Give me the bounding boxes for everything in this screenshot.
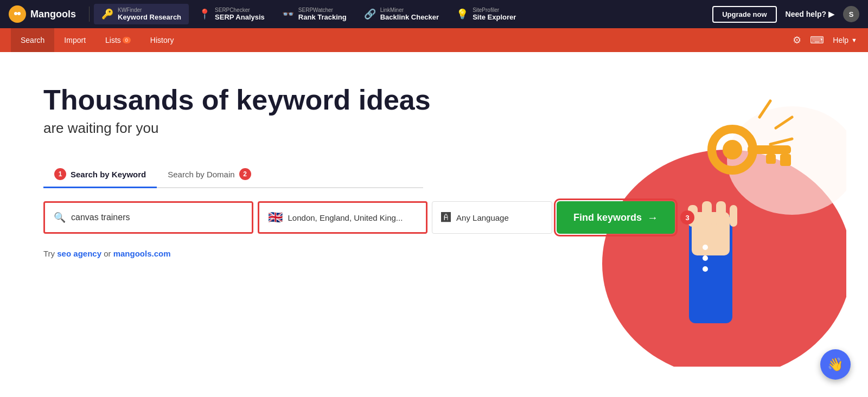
keyboard-icon[interactable]: ⌨ — [810, 34, 824, 46]
logo-area[interactable]: Mangools — [9, 5, 76, 23]
flag-icon: 🇬🇧 — [268, 210, 283, 225]
siteprofiler-sub: SiteProfiler — [473, 7, 516, 13]
kwfinder-main: Keyword Research — [118, 13, 181, 21]
tab-domain-label: Search by Domain — [168, 170, 234, 179]
svg-point-8 — [703, 255, 708, 261]
top-navigation: Mangools 🔑 KWFinder Keyword Research 📍 S… — [0, 0, 868, 28]
lists-badge: 0 — [123, 37, 131, 43]
linkminer-main: Backlink Checker — [380, 13, 439, 21]
kwfinder-icon: 🔑 — [101, 8, 113, 20]
siteprofiler-main: Site Explorer — [473, 13, 516, 21]
user-avatar[interactable]: S — [843, 6, 859, 22]
tab1-badge: 1 — [54, 168, 66, 180]
serpchecker-main: SERP Analysis — [215, 13, 265, 21]
chevron-right-icon: ▶ — [828, 10, 834, 18]
siteprofiler-icon: 💡 — [456, 8, 468, 20]
tab-search-domain[interactable]: Search by Domain 2 — [157, 163, 261, 188]
svg-point-1 — [14, 12, 17, 15]
settings-icon[interactable]: ⚙ — [793, 34, 801, 46]
second-nav-icons: ⚙ ⌨ Help ▼ — [793, 34, 857, 46]
suggestion-link-1[interactable]: seo agency — [57, 249, 101, 258]
serpchecker-sub: SERPChecker — [215, 7, 265, 13]
svg-point-0 — [12, 9, 22, 19]
linkminer-icon: 🔗 — [364, 8, 376, 20]
location-text: London, England, United King... — [288, 213, 403, 222]
location-selector[interactable]: 🇬🇧 London, England, United King... — [258, 201, 428, 234]
language-selector[interactable]: 🅰 Any Language — [432, 201, 552, 234]
svg-point-9 — [703, 266, 708, 272]
secondnav-history[interactable]: History — [141, 28, 184, 52]
search-icon: 🔍 — [54, 212, 66, 223]
upgrade-button[interactable]: Upgrade now — [712, 6, 776, 23]
nav-tool-kwfinder[interactable]: 🔑 KWFinder Keyword Research — [94, 4, 189, 24]
find-btn-label: Find keywords — [573, 212, 642, 223]
serpchecker-icon: 📍 — [199, 8, 210, 20]
search-tabs: 1 Search by Keyword Search by Domain 2 — [43, 163, 423, 188]
language-text: Any Language — [456, 213, 509, 222]
nav-tool-linkminer[interactable]: 🔗 LinkMiner Backlink Checker — [356, 4, 446, 24]
secondnav-search[interactable]: Search — [11, 28, 54, 52]
linkminer-sub: LinkMiner — [380, 7, 439, 13]
arrow-icon: → — [647, 212, 658, 224]
svg-point-11 — [723, 140, 742, 159]
serpwatcher-icon: 👓 — [282, 8, 294, 20]
svg-rect-20 — [716, 201, 726, 227]
keyword-input-wrap: 🔍 — [43, 201, 253, 234]
suggestion-link-2[interactable]: mangools.com — [113, 249, 171, 258]
svg-rect-14 — [766, 154, 776, 164]
step3-badge: 3 — [680, 210, 694, 225]
logo-icon — [9, 5, 26, 23]
language-icon: 🅰 — [441, 212, 451, 223]
find-btn-area: Find keywords → 3 — [552, 201, 694, 234]
suggestions-connector: or — [104, 249, 113, 258]
need-help-link[interactable]: Need help? ▶ — [786, 10, 834, 18]
svg-rect-21 — [730, 205, 737, 227]
chevron-down-icon: ▼ — [851, 37, 857, 43]
tab-search-keyword[interactable]: 1 Search by Keyword — [43, 163, 157, 188]
nav-tool-serpwatcher[interactable]: 👓 SERPWatcher Rank Tracking — [275, 4, 354, 24]
svg-rect-12 — [748, 145, 791, 154]
nav-tool-siteprofiler[interactable]: 💡 SiteProfiler Site Explorer — [449, 4, 524, 24]
svg-rect-13 — [780, 154, 791, 166]
secondnav-import[interactable]: Import — [54, 28, 95, 52]
search-row: 🔍 🇬🇧 London, England, United King... 🅰 A… — [43, 201, 694, 234]
second-navigation: Search Import Lists 0 History ⚙ ⌨ Help ▼ — [0, 28, 868, 52]
nav-tool-serpchecker[interactable]: 📍 SERPChecker SERP Analysis — [191, 4, 272, 24]
find-keywords-button[interactable]: Find keywords → — [557, 201, 675, 234]
brand-name: Mangools — [30, 9, 76, 20]
serpwatcher-main: Rank Tracking — [298, 13, 347, 21]
keyword-input[interactable] — [71, 213, 243, 222]
help-dropdown[interactable]: Help ▼ — [833, 36, 857, 44]
main-content: Thousands of keyword ideas are waiting f… — [0, 52, 868, 397]
svg-rect-19 — [702, 201, 712, 227]
suggestions-prefix: Try — [43, 249, 55, 258]
tab-keyword-label: Search by Keyword — [71, 170, 146, 179]
nav-separator — [89, 7, 90, 22]
tab2-badge: 2 — [239, 168, 251, 180]
svg-point-7 — [703, 245, 708, 250]
chat-button[interactable]: 👋 — [820, 349, 851, 380]
serpwatcher-sub: SERPWatcher — [298, 7, 347, 13]
chat-icon: 👋 — [827, 357, 844, 372]
svg-point-2 — [17, 12, 21, 15]
kwfinder-sub: KWFinder — [118, 7, 181, 13]
secondnav-lists[interactable]: Lists 0 — [95, 28, 141, 52]
